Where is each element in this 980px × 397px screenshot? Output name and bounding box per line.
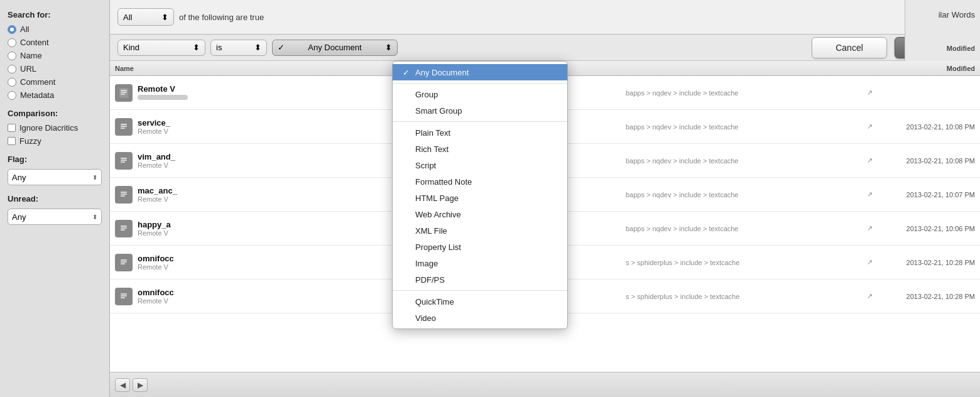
fuzzy-label: Fuzzy	[19, 136, 41, 146]
menu-item-pdf-ps[interactable]: PDF/PS	[393, 271, 567, 288]
comparison-checkboxes: Ignore Diacritics Fuzzy	[8, 123, 102, 146]
all-dropdown-arrow-icon: ⬍	[161, 13, 168, 22]
svg-rect-21	[121, 259, 127, 261]
row-path: s > sphiderplus > include > textcache	[626, 293, 864, 300]
menu-item-any-document[interactable]: ✓ Any Document	[393, 64, 567, 80]
menu-item-smart-group[interactable]: Smart Group	[393, 102, 567, 119]
menu-item-label: Smart Group	[415, 106, 462, 116]
menu-item-group[interactable]: Group	[393, 86, 567, 102]
back-button[interactable]: ◀	[115, 378, 130, 392]
row-path: bapps > nqdev > include > textcache	[626, 191, 864, 198]
arrow-icon: ↗	[864, 292, 874, 300]
checkmark-icon: ✓	[403, 68, 413, 77]
row-path: bapps > nqdev > include > textcache	[626, 225, 864, 232]
document-type-dropdown[interactable]: ✓ Any Document ⬍	[272, 40, 398, 56]
menu-item-label: HTML Page	[415, 193, 459, 203]
flag-label: Flag:	[8, 155, 102, 164]
kind-dropdown-value: Kind	[123, 43, 139, 52]
ignore-diacritics-box	[8, 124, 16, 132]
svg-rect-26	[121, 295, 127, 296]
menu-item-label: QuickTime	[415, 297, 454, 307]
unread-select[interactable]: Any ⬍	[8, 209, 102, 225]
menu-separator	[393, 83, 567, 84]
row-path: s > sphiderplus > include > textcache	[626, 259, 864, 266]
menu-item-script[interactable]: Script	[393, 157, 567, 173]
svg-rect-5	[121, 124, 127, 125]
arrow-icon: ↗	[864, 89, 874, 97]
left-sidebar: Search for: All Content Name URL Comment…	[0, 0, 110, 397]
radio-name-circle	[8, 52, 16, 60]
row-date: 2013-02-21, 10:06 PM	[874, 225, 975, 232]
radio-all-circle	[8, 25, 16, 34]
row-path: bapps > nqdev > include > textcache	[626, 157, 864, 165]
row-path: bapps > nqdev > include > textcache	[626, 89, 864, 97]
row-icon	[115, 152, 133, 170]
svg-rect-13	[121, 192, 127, 193]
radio-url[interactable]: URL	[8, 64, 102, 73]
cancel-button[interactable]: Cancel	[812, 37, 887, 58]
menu-item-quicktime[interactable]: QuickTime	[393, 293, 567, 310]
kind-arrow-icon: ⬍	[193, 43, 200, 52]
is-dropdown[interactable]: is ⬍	[210, 40, 267, 56]
radio-all-label: All	[20, 24, 29, 34]
svg-rect-18	[121, 227, 127, 229]
doc-type-value: Any Document	[308, 43, 361, 52]
menu-item-plain-text[interactable]: Plain Text	[393, 124, 567, 141]
menu-item-label: XML File	[415, 226, 447, 236]
menu-separator	[393, 290, 567, 291]
radio-metadata[interactable]: Metadata	[8, 90, 102, 100]
similar-words-label: ilar Words	[939, 10, 975, 19]
row-date: 2013-02-21, 10:07 PM	[874, 191, 975, 198]
menu-item-property-list[interactable]: Property List	[393, 239, 567, 255]
menu-item-image[interactable]: Image	[393, 255, 567, 271]
search-for-label: Search for:	[8, 10, 102, 19]
ignore-diacritics-label: Ignore Diacritics	[19, 123, 78, 133]
search-bar: All ⬍ of the following are true +	[110, 0, 980, 35]
svg-rect-10	[121, 160, 127, 161]
menu-item-rich-text[interactable]: Rich Text	[393, 141, 567, 157]
menu-item-video[interactable]: Video	[393, 310, 567, 326]
svg-rect-1	[121, 90, 127, 91]
all-dropdown[interactable]: All ⬍	[117, 8, 174, 26]
comparison-section: Comparison: Ignore Diacritics Fuzzy	[8, 109, 102, 146]
menu-item-formatted-note[interactable]: Formatted Note	[393, 173, 567, 190]
checkbox-fuzzy[interactable]: Fuzzy	[8, 136, 102, 146]
row-icon	[115, 288, 133, 305]
checkbox-ignore-diacritics[interactable]: Ignore Diacritics	[8, 123, 102, 133]
menu-item-html-page[interactable]: HTML Page	[393, 190, 567, 206]
svg-rect-23	[121, 263, 125, 264]
svg-rect-27	[121, 297, 125, 298]
menu-item-label: Web Archive	[415, 210, 461, 219]
menu-item-xml-file[interactable]: XML File	[393, 222, 567, 239]
forward-button[interactable]: ▶	[133, 378, 148, 392]
flag-select[interactable]: Any ⬍	[8, 169, 102, 185]
row-date: 2013-02-21, 10:28 PM	[874, 259, 975, 266]
row-icon	[115, 254, 133, 271]
right-partial-panel: ilar Words Modified	[905, 0, 980, 61]
arrow-icon: ↗	[864, 258, 874, 266]
menu-item-label: Formatted Note	[415, 177, 472, 187]
menu-separator	[393, 121, 567, 122]
svg-rect-7	[121, 128, 125, 129]
radio-content[interactable]: Content	[8, 38, 102, 47]
doc-arrow-icon: ⬍	[385, 43, 392, 52]
arrow-icon: ↗	[864, 190, 874, 198]
radio-comment[interactable]: Comment	[8, 77, 102, 87]
menu-item-label: Script	[415, 161, 436, 170]
unread-value: Any	[12, 212, 26, 222]
radio-url-circle	[8, 65, 16, 73]
menu-item-label: Image	[415, 259, 438, 268]
kind-dropdown[interactable]: Kind ⬍	[117, 40, 205, 56]
row-icon	[115, 186, 133, 204]
menu-item-label: Property List	[415, 242, 461, 252]
radio-all[interactable]: All	[8, 24, 102, 34]
menu-item-label: PDF/PS	[415, 275, 445, 285]
svg-rect-14	[121, 193, 127, 195]
menu-item-label: Video	[415, 313, 436, 323]
is-arrow-icon: ⬍	[254, 43, 261, 52]
radio-name[interactable]: Name	[8, 51, 102, 60]
svg-rect-25	[121, 293, 127, 295]
row-date: 2013-02-21, 10:08 PM	[874, 157, 975, 165]
flag-section: Flag: Any ⬍	[8, 155, 102, 185]
menu-item-web-archive[interactable]: Web Archive	[393, 206, 567, 222]
